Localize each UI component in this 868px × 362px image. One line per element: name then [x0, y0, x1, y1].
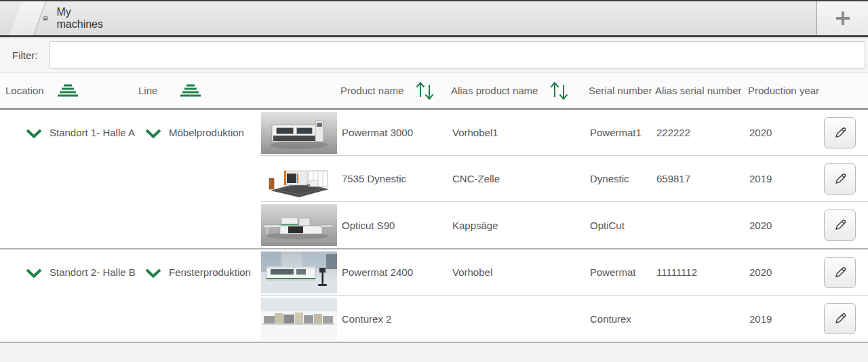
product-name: Opticut S90	[340, 220, 451, 231]
filter-label: Filter:	[12, 49, 38, 61]
column-label-alias-serial-number: Alias serial number	[655, 85, 742, 96]
edit-machine-button[interactable]	[824, 257, 856, 288]
chevron-down-icon	[26, 129, 42, 138]
production-year: 2019	[748, 313, 821, 325]
product-name: Conturex 2	[340, 313, 451, 325]
product-name: 7535 Dynestic	[340, 173, 451, 184]
page-title: My machines	[57, 6, 103, 31]
filter-bar: Filter:	[0, 37, 868, 73]
machine-rows: Powermat 2400 Vorhobel Powermat 11111112…	[261, 249, 868, 342]
table-header: Location Line	[0, 73, 868, 110]
edit-machine-button[interactable]	[824, 163, 856, 195]
serial-number: Dynestic	[589, 173, 655, 184]
column-label-location: Location	[5, 85, 44, 96]
machine-row: Conturex 2 Conturex 2019	[261, 296, 868, 342]
alias-product-name: Vorhobel	[451, 266, 589, 278]
production-year: 2019	[748, 173, 821, 184]
location-group-toggle[interactable]: Standort 2- Halle B	[0, 249, 136, 342]
add-machine-button[interactable]	[816, 1, 868, 35]
line-group-toggle[interactable]: Fensterproduktion	[136, 249, 261, 342]
column-header-location: Location	[0, 84, 136, 97]
edit-machine-button[interactable]	[824, 117, 856, 148]
group-by-line-button[interactable]	[180, 84, 201, 97]
column-header-line: Line	[136, 84, 261, 97]
my-machines-page: My machines Filter: Location L	[0, 0, 868, 362]
machine-row: 7535 Dynestic CNC-Zelle Dynestic 659817 …	[261, 156, 868, 202]
machine-image-powermat-3000	[261, 112, 337, 154]
serial-number: Powermat1	[589, 127, 655, 138]
edit-machine-button[interactable]	[824, 303, 856, 334]
machine-group-2: Standort 2- Halle B Fensterproduktion	[0, 249, 868, 343]
grouping-icon	[58, 84, 78, 97]
product-name: Powermat 3000	[340, 127, 451, 138]
machine-row: Powermat 2400 Vorhobel Powermat 11111112…	[261, 249, 868, 296]
machines-icon	[43, 10, 48, 27]
column-label-production-year: Production year	[748, 85, 819, 96]
tab-my-machines[interactable]: My machines	[0, 1, 103, 35]
alias-product-name: Vorhobel1	[451, 127, 589, 138]
product-name: Powermat 2400	[340, 266, 451, 278]
top-bar: My machines	[0, 0, 868, 37]
serial-number: Conturex	[589, 313, 655, 325]
pencil-icon	[833, 311, 848, 326]
column-label-product-name: Product name	[340, 85, 403, 96]
pencil-icon	[833, 265, 848, 280]
alias-product-name: Kappsäge	[451, 220, 589, 231]
machine-rows: Powermat 3000 Vorhobel1 Powermat1 222222…	[261, 110, 868, 248]
machine-image-conturex-2	[261, 298, 337, 340]
group-by-location-button[interactable]	[58, 84, 78, 97]
alias-serial-number: 11111112	[655, 266, 748, 278]
pencil-icon	[833, 218, 848, 233]
column-header-alias-serial-number: Alias serial number	[655, 85, 748, 96]
line-group-toggle[interactable]: Möbelproduktion	[136, 110, 261, 248]
sort-alias-product-name-button[interactable]	[549, 80, 570, 102]
line-label: Möbelproduktion	[169, 127, 244, 138]
filter-input[interactable]	[49, 41, 865, 68]
alias-product-name: CNC-Zelle	[451, 173, 589, 184]
column-label-line: Line	[138, 85, 157, 96]
location-label: Standort 2- Halle B	[50, 266, 136, 278]
column-header-production-year: Production year	[748, 85, 821, 96]
machine-row: Opticut S90 Kappsäge OptiCut 2020	[261, 202, 868, 248]
alias-serial-number: 659817	[655, 173, 748, 184]
pencil-icon	[833, 172, 848, 186]
sort-asc-desc-icon	[549, 80, 570, 102]
chevron-down-icon	[26, 268, 42, 278]
column-header-serial-number: Serial number	[589, 85, 655, 96]
serial-number: Powermat	[589, 266, 655, 278]
location-group-toggle[interactable]: Standort 1- Halle A	[0, 110, 136, 248]
line-label: Fensterproduktion	[169, 266, 251, 278]
alias-serial-number: 222222	[655, 127, 748, 138]
machine-group-1: Standort 1- Halle A Möbelproduktion	[0, 110, 868, 249]
production-year: 2020	[748, 127, 821, 138]
column-label-alias-product-name: Alias product name	[451, 85, 538, 96]
column-header-alias-product-name: Alias product name	[451, 80, 589, 102]
machine-row: Powermat 3000 Vorhobel1 Powermat1 222222…	[261, 110, 868, 156]
production-year: 2020	[748, 266, 821, 278]
production-year: 2020	[748, 220, 821, 231]
edit-machine-button[interactable]	[824, 209, 856, 241]
machine-image-opticut-s90	[261, 204, 337, 246]
column-header-product-name: Product name	[340, 80, 451, 102]
machine-image-7535-dynestic	[261, 158, 337, 200]
tab-background	[9, 1, 46, 35]
chevron-down-icon	[145, 129, 161, 138]
sort-asc-desc-icon	[415, 80, 435, 102]
column-label-serial-number: Serial number	[589, 85, 652, 96]
chevron-down-icon	[145, 268, 161, 278]
serial-number: OptiCut	[589, 220, 655, 231]
pencil-icon	[833, 125, 848, 140]
machine-image-powermat-2400	[261, 252, 337, 294]
footer	[0, 343, 868, 362]
location-label: Standort 1- Halle A	[50, 127, 135, 138]
plus-icon	[833, 9, 852, 28]
grouping-icon	[180, 84, 201, 97]
sort-product-name-button[interactable]	[415, 80, 435, 102]
